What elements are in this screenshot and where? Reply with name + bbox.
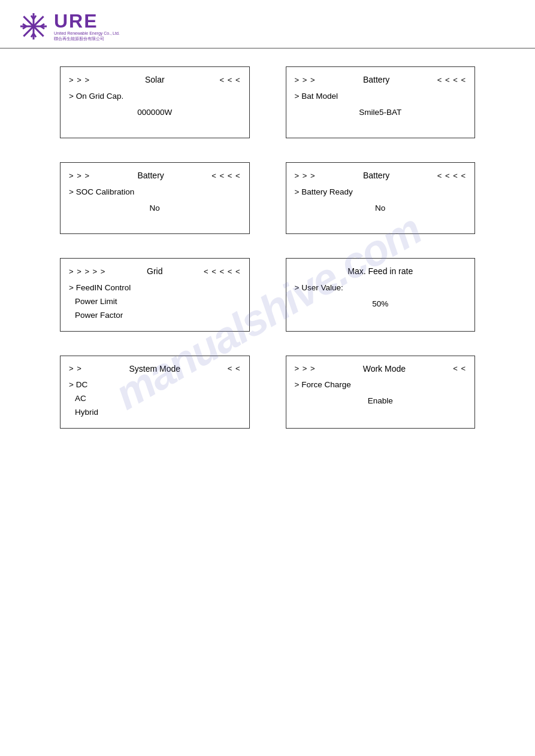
panel-max-feed-in-rate: Max. Feed in rate> User Value:50% bbox=[286, 258, 476, 332]
logo-ure-text: URE bbox=[54, 11, 120, 31]
panel-item-system-mode-0: > DC bbox=[69, 378, 241, 392]
panel-header-grid-feedin-control: > > > > >Grid< < < < < bbox=[69, 265, 241, 279]
panel-nav-right-battery-battery-ready: < < < < bbox=[437, 169, 466, 183]
panel-item-battery-soc-calibration-0: > SOC Calibration bbox=[69, 186, 241, 199]
header: URE United Renewable Energy Co., Ltd. 聯合… bbox=[0, 0, 535, 48]
panel-item-battery-battery-ready-0: > Battery Ready bbox=[295, 186, 467, 199]
panel-header-battery-bat-model: > > >Battery< < < < bbox=[295, 73, 467, 87]
panel-item-system-mode-2: Hybrid bbox=[69, 406, 241, 420]
panel-work-mode-force-charge: > > >Work Mode< <> Force ChargeEnable bbox=[286, 356, 476, 429]
panel-title-max-feed-in-rate: Max. Feed in rate bbox=[295, 265, 467, 279]
panel-title-battery-bat-model: Battery bbox=[316, 73, 437, 87]
panel-item-solar-on-grid-1: 000000W bbox=[69, 106, 241, 120]
panel-item-max-feed-in-rate-1: 50% bbox=[295, 297, 467, 311]
panel-title-system-mode: System Mode bbox=[82, 362, 228, 377]
panel-nav-left-battery-battery-ready: > > > bbox=[295, 169, 316, 183]
panel-title-battery-battery-ready: Battery bbox=[316, 169, 437, 183]
panel-nav-right-battery-soc-calibration: < < < < bbox=[211, 169, 240, 183]
panel-item-grid-feedin-control-2: Power Factor bbox=[69, 309, 241, 323]
logo-subtitle-line2: 聯合再生能源股份有限公司 bbox=[54, 36, 120, 41]
logo-subtitle-line1: United Renewable Energy Co., Ltd. bbox=[54, 31, 120, 36]
panel-header-work-mode-force-charge: > > >Work Mode< < bbox=[295, 362, 467, 377]
panel-item-battery-soc-calibration-1: No bbox=[69, 202, 241, 215]
panel-nav-right-solar-on-grid: < < < bbox=[220, 74, 241, 87]
panel-header-battery-battery-ready: > > >Battery< < < < bbox=[295, 169, 467, 183]
panel-nav-left-work-mode-force-charge: > > > bbox=[295, 362, 316, 375]
panel-nav-right-grid-feedin-control: < < < < < bbox=[204, 265, 240, 278]
panel-battery-bat-model: > > >Battery< < < <> Bat ModelSmile5-BAT bbox=[286, 66, 476, 138]
logo-text-block: URE United Renewable Energy Co., Ltd. 聯合… bbox=[54, 11, 120, 41]
panel-grid-feedin-control: > > > > >Grid< < < < <> FeedIN ControlPo… bbox=[60, 258, 250, 332]
panel-header-solar-on-grid: > > >Solar< < < bbox=[69, 73, 241, 87]
panel-nav-left-solar-on-grid: > > > bbox=[69, 74, 90, 87]
panel-system-mode: > >System Mode< <> DCACHybrid bbox=[60, 356, 250, 429]
panel-item-solar-on-grid-0: > On Grid Cap. bbox=[69, 90, 241, 104]
panel-item-work-mode-force-charge-1: Enable bbox=[295, 394, 467, 408]
panel-item-battery-bat-model-1: Smile5-BAT bbox=[295, 106, 467, 120]
panel-title-solar-on-grid: Solar bbox=[90, 73, 220, 87]
panel-nav-right-system-mode: < < bbox=[228, 362, 241, 375]
panel-item-system-mode-1: AC bbox=[69, 392, 241, 406]
panel-battery-soc-calibration: > > >Battery< < < <> SOC CalibrationNo bbox=[60, 162, 250, 234]
panel-nav-left-grid-feedin-control: > > > > > bbox=[69, 265, 105, 278]
panel-title-work-mode-force-charge: Work Mode bbox=[316, 362, 454, 377]
panel-item-grid-feedin-control-0: > FeedIN Control bbox=[69, 281, 241, 295]
panel-nav-right-work-mode-force-charge: < < bbox=[453, 362, 466, 375]
panel-nav-left-battery-bat-model: > > > bbox=[295, 74, 316, 87]
panels-grid: > > >Solar< < <> On Grid Cap.000000W> > … bbox=[0, 54, 535, 441]
logo: URE United Renewable Energy Co., Ltd. 聯合… bbox=[18, 11, 120, 42]
panel-header-max-feed-in-rate: Max. Feed in rate bbox=[295, 265, 467, 279]
panel-nav-left-battery-soc-calibration: > > > bbox=[69, 169, 90, 183]
panel-title-grid-feedin-control: Grid bbox=[105, 265, 204, 279]
panel-header-battery-soc-calibration: > > >Battery< < < < bbox=[69, 169, 241, 183]
panel-item-grid-feedin-control-1: Power Limit bbox=[69, 295, 241, 309]
panel-nav-right-battery-bat-model: < < < < bbox=[437, 74, 466, 87]
logo-icon bbox=[18, 11, 49, 42]
panel-solar-on-grid: > > >Solar< < <> On Grid Cap.000000W bbox=[60, 66, 250, 138]
panel-title-battery-soc-calibration: Battery bbox=[90, 169, 211, 183]
panel-item-work-mode-force-charge-0: > Force Charge bbox=[295, 378, 467, 392]
panel-battery-battery-ready: > > >Battery< < < <> Battery ReadyNo bbox=[286, 162, 476, 234]
panel-item-max-feed-in-rate-0: > User Value: bbox=[295, 281, 467, 295]
panel-nav-left-system-mode: > > bbox=[69, 362, 82, 375]
panel-item-battery-bat-model-0: > Bat Model bbox=[295, 90, 467, 104]
panel-item-battery-battery-ready-1: No bbox=[295, 202, 467, 215]
panel-header-system-mode: > >System Mode< < bbox=[69, 362, 241, 377]
